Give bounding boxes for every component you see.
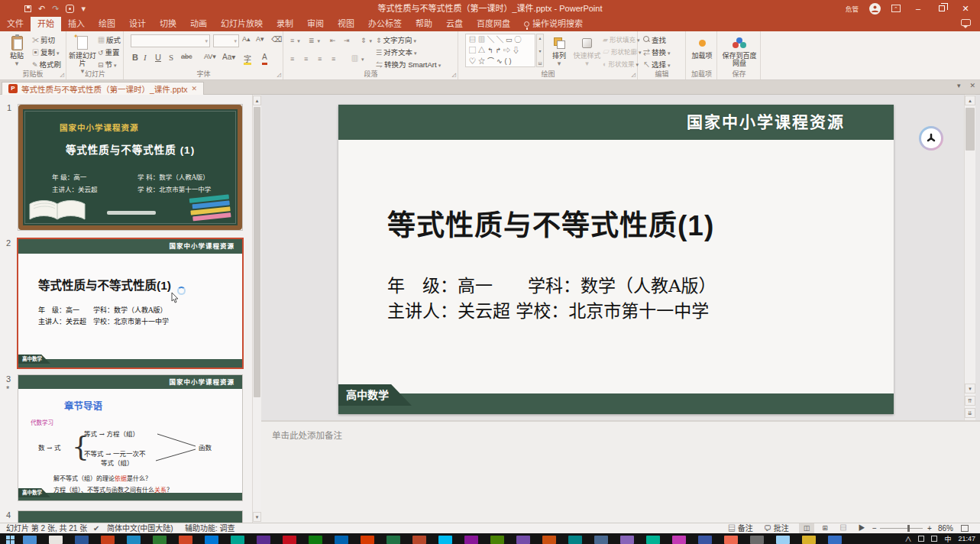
reading-view-button[interactable]: ▤ <box>836 523 851 533</box>
tab-transitions[interactable]: 切换 <box>153 17 183 31</box>
zoom-slider-thumb[interactable] <box>907 525 910 532</box>
shape-fill-button[interactable]: ▰形状填充▾ <box>603 35 639 45</box>
taskbar-app-icon[interactable] <box>257 536 270 544</box>
justify-button[interactable]: ≡ <box>332 53 337 64</box>
find-button[interactable]: 查找 <box>643 35 666 45</box>
bold-button[interactable]: B <box>132 53 138 65</box>
tell-me-search[interactable]: 操作说明搜索 <box>517 17 590 31</box>
restore-button[interactable] <box>939 5 945 11</box>
columns-button[interactable]: ▥▾ <box>351 53 364 64</box>
tab-view[interactable]: 视图 <box>331 17 361 31</box>
document-tab-close-icon[interactable]: ✕ <box>192 85 198 92</box>
tab-review[interactable]: 审阅 <box>300 17 331 31</box>
thumbnail-scroll-down-icon[interactable]: ▾ <box>253 512 261 522</box>
taskbar-app-icon[interactable] <box>127 536 141 544</box>
document-tab[interactable]: P 等式性质与不等式性质（第一课时）_课件.pptx ✕ <box>2 82 204 95</box>
slide-thumbnail-4[interactable] <box>18 511 242 523</box>
taskbar-app-icon[interactable] <box>490 536 504 544</box>
taskbar-app-icon[interactable] <box>205 536 218 544</box>
zoom-in-button[interactable]: + <box>927 523 932 533</box>
current-slide[interactable]: 国家中小学课程资源 等式性质与不等式性质(1) 年 级：高一 学科：数学（人教A… <box>338 105 894 414</box>
tab-design[interactable]: 设计 <box>122 17 153 31</box>
taskbar-app-icon[interactable] <box>620 536 634 544</box>
text-direction-button[interactable]: ⇕文字方向▾ <box>376 35 416 46</box>
normal-view-button[interactable]: ◫ <box>799 523 814 533</box>
start-button[interactable] <box>6 536 15 544</box>
shrink-font-button[interactable]: A▾ <box>256 35 264 47</box>
cut-button[interactable]: ✂剪切 <box>32 35 55 46</box>
tab-home[interactable]: 开始 <box>31 17 61 31</box>
taskbar-clock[interactable]: 21:47 <box>958 535 975 542</box>
taskbar-app-icon[interactable] <box>542 536 556 544</box>
slide-sorter-view-button[interactable]: ⊞ <box>817 523 833 533</box>
tab-record[interactable]: 录制 <box>270 17 300 31</box>
font-dialog-launcher[interactable]: ◿ <box>277 72 281 78</box>
user-badge[interactable]: 危管 <box>846 4 859 13</box>
thumbnail-scrollbar[interactable]: ▴ ▾ <box>252 95 261 523</box>
taskbar-app-icon[interactable] <box>750 536 764 544</box>
reset-button[interactable]: ↺重置 <box>98 47 120 58</box>
addins-button[interactable]: 加载项 <box>690 34 714 60</box>
save-to-baidu-netdisk-button[interactable]: 保存到百度网盘 <box>722 34 757 67</box>
highlight-color-button[interactable]: 字 <box>244 53 251 65</box>
slide-scrollbar-thumb[interactable] <box>965 108 975 151</box>
align-text-button[interactable]: ☰对齐文本▾ <box>376 47 417 58</box>
screen-assistant-badge[interactable] <box>919 126 943 151</box>
grow-font-button[interactable]: A▴ <box>242 35 251 47</box>
slide-info-line-1[interactable]: 年 级：高一 学科：数学（人教A版） <box>387 271 716 297</box>
shapes-gallery[interactable]: ▤▥╲╲▭◯ ▢△↰↱⇨⇩ ♡☆⌒∿() <box>465 34 535 67</box>
strikethrough-button[interactable]: abc <box>181 53 192 65</box>
change-case-button[interactable]: Aa▾ <box>222 53 235 65</box>
line-spacing-button[interactable]: ⇕▾ <box>361 35 372 46</box>
font-size-combo[interactable]: ▾ <box>213 34 239 47</box>
ribbon-display-options-icon[interactable]: ⌃ <box>891 5 901 12</box>
slideshow-view-button[interactable]: ▶ <box>854 523 869 533</box>
tab-file[interactable]: 文件 <box>0 17 31 31</box>
next-slide-button[interactable]: ⇊ <box>965 408 975 418</box>
zoom-level[interactable]: 86% <box>938 523 953 533</box>
taskbar-app-icon[interactable] <box>594 536 608 544</box>
taskbar-app-icon[interactable] <box>231 536 244 544</box>
tab-help[interactable]: 帮助 <box>409 17 439 31</box>
avatar[interactable] <box>869 3 881 15</box>
taskbar-app-icon[interactable] <box>412 536 426 544</box>
taskbar-app-icon[interactable] <box>101 536 115 544</box>
shape-outline-button[interactable]: ▱形状轮廓▾ <box>603 47 642 57</box>
ime-indicator[interactable]: 中 <box>944 534 951 544</box>
character-spacing-button[interactable]: AV▾ <box>204 53 216 65</box>
taskbar-app-icon[interactable] <box>438 536 452 544</box>
slide-scrollbar[interactable]: ▴ ▾ ⇈ ⇊ <box>964 95 975 420</box>
tab-draw[interactable]: 绘图 <box>92 17 122 31</box>
comments-toggle[interactable]: 🗩 批注 <box>764 523 789 533</box>
taskbar-app-icon[interactable] <box>361 536 374 544</box>
slide-counter[interactable]: 幻灯片 第 2 张, 共 21 张 <box>6 523 87 533</box>
clipboard-dialog-launcher[interactable]: ◿ <box>60 72 64 78</box>
paragraph-dialog-launcher[interactable]: ◿ <box>452 72 456 78</box>
slide-info-line-2[interactable]: 主讲人：关云超 学校：北京市第十一中学 <box>387 296 709 322</box>
quick-styles-button[interactable]: 快速样式 ▾ <box>573 34 601 67</box>
bullets-button[interactable]: ≡▾ <box>290 35 300 46</box>
taskbar-app-icon[interactable] <box>776 536 790 544</box>
underline-button[interactable]: U <box>155 53 161 65</box>
decrease-indent-button[interactable]: ⇤ <box>330 35 338 46</box>
slide-thumbnail-1[interactable]: 国家中小学课程资源 等式性质与不等式性质 (1) 年 级：高一 学 科：数学（人… <box>18 105 242 230</box>
taskbar-app-icon[interactable] <box>802 536 816 544</box>
thumbnail-scrollbar-thumb[interactable] <box>254 107 260 397</box>
tab-animations[interactable]: 动画 <box>183 17 214 31</box>
zoom-slider-track[interactable] <box>880 528 923 529</box>
taskbar-app-icon[interactable] <box>724 536 738 544</box>
shapes-gallery-scroll[interactable]: ▴ ▾ ⊟ <box>536 34 544 67</box>
arrange-button[interactable]: 排列 ▾ <box>546 34 572 67</box>
italic-button[interactable]: I <box>144 53 147 65</box>
language-indicator[interactable]: 简体中文(中国大陆) <box>107 523 173 533</box>
slide-scroll-down-icon[interactable]: ▾ <box>965 384 975 393</box>
taskbar-app-icon[interactable] <box>335 536 348 544</box>
font-color-button[interactable]: A <box>262 53 267 65</box>
taskbar-app-icon[interactable] <box>672 536 686 544</box>
taskbar-app-icon[interactable] <box>464 536 478 544</box>
tab-office-tab[interactable]: 办公标签 <box>361 17 409 31</box>
tab-list-caret-icon[interactable]: ▾ <box>957 82 961 89</box>
taskbar-app-icon[interactable] <box>153 536 167 544</box>
drawing-dialog-launcher[interactable]: ◿ <box>632 72 636 78</box>
taskbar-app-icon[interactable] <box>179 536 192 544</box>
